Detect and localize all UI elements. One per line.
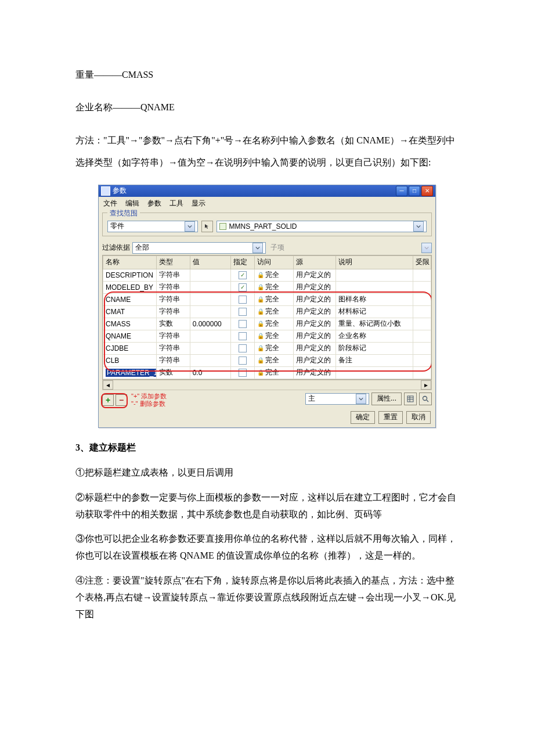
col-desc-header[interactable]: 说明 — [335, 255, 413, 269]
paragraph: 企业名称———QNAME — [75, 96, 459, 118]
paragraph: ④注意：要设置"旋转原点"在右下角，旋转原点将是你以后将此表插入的基点，方法：选… — [75, 573, 459, 622]
table-icon-button[interactable] — [404, 393, 417, 405]
add-parameter-button[interactable]: + — [102, 394, 114, 406]
lock-icon: 🔒 — [257, 333, 264, 339]
chevron-down-icon[interactable] — [252, 243, 263, 253]
scope-value: 零件 — [110, 221, 124, 231]
chevron-down-icon[interactable] — [356, 394, 366, 404]
scope-label: 查找范围 — [107, 208, 140, 218]
svg-line-5 — [427, 400, 428, 402]
scroll-right-icon[interactable]: ▸ — [421, 380, 431, 390]
table-row[interactable]: CJDBE字符串🔒完全用户定义的阶段标记 — [103, 342, 431, 354]
horizontal-scrollbar[interactable]: ◂ ▸ — [102, 380, 432, 390]
scroll-left-icon[interactable]: ◂ — [103, 380, 113, 390]
table-row[interactable]: PARAMETER_1实数0.0🔒完全用户定义的 — [103, 366, 431, 379]
maximize-button[interactable]: □ — [409, 186, 420, 196]
menu-edit[interactable]: 编辑 — [125, 199, 139, 208]
section-heading: 3、建立标题栏 — [75, 442, 459, 454]
model-icon — [219, 223, 226, 230]
filter-row: 过滤依据 全部 子项 — [99, 240, 435, 255]
parameters-dialog: 参数 ─ □ ✕ 文件 编辑 参数 工具 显示 查找范围 零件 — [98, 185, 436, 428]
scope-panel: 查找范围 零件 MMNS_PART_SOLID — [102, 213, 432, 236]
lock-icon: 🔒 — [257, 284, 264, 290]
filter-label: 过滤依据 — [102, 243, 130, 253]
paragraph: 方法："工具"→"参数"→点右下角"+"号→在名称列中输入参数名（如 CNAME… — [75, 129, 459, 174]
filter-value: 全部 — [135, 243, 149, 253]
main-dropdown[interactable]: 主 — [305, 393, 369, 405]
table-row[interactable]: CLB字符串🔒完全用户定义的备注 — [103, 354, 431, 366]
checkbox[interactable] — [239, 296, 247, 304]
close-button[interactable]: ✕ — [421, 186, 433, 196]
chevron-down-icon[interactable] — [413, 221, 424, 232]
col-assign-header[interactable]: 指定 — [230, 255, 254, 269]
svg-rect-0 — [407, 396, 413, 402]
search-icon-button[interactable] — [419, 393, 432, 405]
paragraph: ②标题栏中的参数一定要与你上面模板的参数一一对应，这样以后在建立工程图时，它才会… — [75, 489, 459, 523]
properties-button[interactable]: 属性... — [371, 393, 402, 405]
svg-point-4 — [423, 396, 427, 400]
scope-dropdown[interactable]: 零件 — [107, 221, 198, 232]
table-row[interactable]: DESCRIPTION字符串✓🔒完全用户定义的 — [103, 269, 431, 281]
app-icon — [101, 186, 110, 196]
table-row[interactable]: MODELED_BY字符串✓🔒完全用户定义的 — [103, 281, 431, 293]
subitems-label: 子项 — [270, 243, 284, 253]
chevron-down-icon[interactable] — [421, 243, 432, 253]
menubar: 文件 编辑 参数 工具 显示 — [99, 197, 435, 210]
checkbox[interactable] — [239, 320, 247, 328]
checkbox[interactable] — [239, 357, 247, 365]
checkbox[interactable]: ✓ — [239, 271, 247, 279]
window-title: 参数 — [113, 186, 396, 196]
minimize-button[interactable]: ─ — [396, 186, 407, 196]
document-page: 重量———CMASS 企业名称———QNAME 方法："工具"→"参数"→点右下… — [0, 0, 534, 665]
menu-params[interactable]: 参数 — [147, 199, 161, 208]
table-row[interactable]: CNAME字符串🔒完全用户定义的图样名称 — [103, 293, 431, 305]
model-value: MMNS_PART_SOLID — [229, 222, 297, 231]
main-value: 主 — [308, 394, 315, 404]
col-access-header[interactable]: 访问 — [254, 255, 294, 269]
delete-parameter-button[interactable]: − — [116, 394, 127, 406]
table-row[interactable]: QNAME字符串🔒完全用户定义的企业名称 — [103, 330, 431, 342]
cancel-button[interactable]: 取消 — [406, 411, 431, 424]
lock-icon: 🔒 — [257, 272, 264, 278]
col-name-header[interactable]: 名称 — [103, 255, 157, 269]
pick-arrow-button[interactable] — [201, 221, 213, 232]
checkbox[interactable] — [239, 332, 247, 340]
table-row[interactable]: CMAT字符串🔒完全用户定义的材料标记 — [103, 305, 431, 318]
col-limit-header[interactable]: 受限 — [413, 255, 431, 269]
paragraph: 重量———CMASS — [75, 64, 459, 86]
reset-button[interactable]: 重置 — [378, 411, 403, 424]
lock-icon: 🔒 — [257, 345, 264, 351]
annotation-text: "+" 添加参数 "-" 删除参数 — [131, 393, 167, 408]
paragraph: ③你也可以把企业名称参数还要直接用你单位的名称代替，这样以后就不用每次输入，同样… — [75, 531, 459, 564]
table-row[interactable]: CMASS实数0.000000🔒完全用户定义的重量、标记两位小数 — [103, 318, 431, 330]
grid-header-row: 名称 类型 值 指定 访问 源 说明 受限 — [103, 255, 431, 269]
titlebar[interactable]: 参数 ─ □ ✕ — [99, 185, 435, 197]
checkbox[interactable] — [239, 308, 247, 316]
parameters-grid[interactable]: 名称 类型 值 指定 访问 源 说明 受限 DESCRIPTION字符串✓🔒完全… — [102, 255, 432, 380]
lock-icon: 🔒 — [257, 321, 264, 327]
menu-tools[interactable]: 工具 — [169, 199, 183, 208]
lock-icon: 🔒 — [257, 369, 264, 376]
checkbox[interactable] — [239, 369, 247, 377]
col-source-header[interactable]: 源 — [294, 255, 335, 269]
col-type-header[interactable]: 类型 — [156, 255, 190, 269]
lock-icon: 🔒 — [257, 296, 264, 303]
lock-icon: 🔒 — [257, 308, 264, 315]
menu-file[interactable]: 文件 — [103, 199, 117, 208]
col-value-header[interactable]: 值 — [190, 255, 230, 269]
filter-dropdown[interactable]: 全部 — [132, 242, 266, 254]
lock-icon: 🔒 — [257, 357, 264, 363]
chevron-down-icon[interactable] — [185, 221, 195, 232]
model-dropdown[interactable]: MMNS_PART_SOLID — [217, 221, 427, 232]
checkbox[interactable]: ✓ — [239, 283, 247, 291]
paragraph: ①把标题栏建立成表格，以更日后调用 — [75, 465, 459, 481]
checkbox[interactable] — [239, 344, 247, 352]
dialog-footer: + − "+" 添加参数 "-" 删除参数 主 属性... — [102, 393, 432, 424]
menu-display[interactable]: 显示 — [192, 199, 205, 208]
ok-button[interactable]: 确定 — [351, 411, 375, 424]
